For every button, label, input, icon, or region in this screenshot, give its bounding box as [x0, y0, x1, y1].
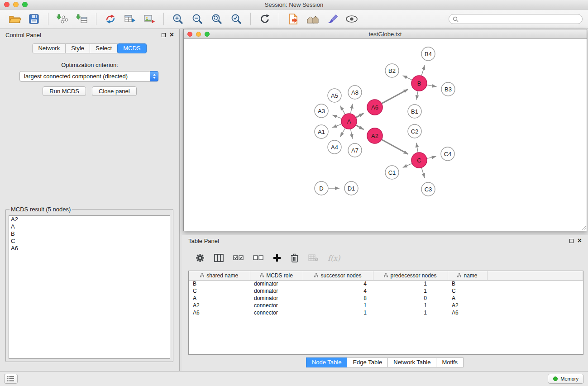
graph-edge-A-A6[interactable]: [356, 113, 364, 117]
result-item[interactable]: B: [9, 230, 170, 238]
apply-layout-button[interactable]: [256, 11, 274, 27]
cell-name[interactable]: B: [448, 280, 487, 287]
zoom-window-button[interactable]: [22, 2, 28, 7]
column-header-name[interactable]: name: [448, 271, 487, 280]
cell-predecessor-nodes[interactable]: 1: [373, 309, 448, 316]
table-row[interactable]: Bdominator41B: [189, 280, 583, 287]
column-header-successor-nodes[interactable]: successor nodes: [303, 271, 373, 280]
close-network-window-button[interactable]: [187, 32, 192, 37]
cell-successor-nodes[interactable]: 8: [303, 295, 373, 302]
new-network-from-table-button[interactable]: [121, 11, 139, 27]
zoom-out-button[interactable]: [188, 11, 206, 27]
network-window-titlebar[interactable]: testGlobe.txt: [184, 29, 587, 39]
graph-edge-A6-B[interactable]: [382, 89, 408, 103]
column-header-shared-name[interactable]: shared name: [189, 271, 250, 280]
graph-edge-C-C1[interactable]: [403, 163, 412, 167]
search-input[interactable]: [461, 16, 578, 23]
table-row[interactable]: A2connector11A2: [189, 302, 583, 309]
apply-style-button[interactable]: [323, 11, 341, 27]
network-canvas[interactable]: AA1A2A3A4A5A6A7A8BB1B2B3B4CC1C2C3C4DD1: [184, 39, 587, 231]
cell-shared-name[interactable]: A2: [189, 302, 250, 309]
result-item[interactable]: C: [9, 238, 170, 245]
graph-edge-C-C3[interactable]: [421, 168, 425, 178]
open-session-button[interactable]: [5, 11, 24, 27]
select-all-button[interactable]: [233, 255, 244, 261]
tab-mcds[interactable]: MCDS: [117, 43, 146, 53]
close-table-panel-icon[interactable]: ×: [578, 238, 582, 243]
graph-edge-A-A7[interactable]: [351, 129, 353, 139]
graph-edge-C-C2[interactable]: [416, 143, 418, 152]
cell-MCDS-role[interactable]: connector: [250, 309, 303, 316]
cell-name[interactable]: A2: [448, 302, 487, 309]
zoom-fit-button[interactable]: [208, 11, 226, 27]
run-mcds-button[interactable]: Run MCDS: [43, 86, 86, 96]
graph-edge-A-A1[interactable]: [332, 124, 341, 127]
cell-MCDS-role[interactable]: dominator: [250, 295, 303, 302]
table-row[interactable]: A6connector11A6: [189, 309, 583, 316]
unselect-all-button[interactable]: [253, 255, 263, 261]
table-settings-button[interactable]: [196, 253, 205, 262]
result-item[interactable]: A2: [9, 216, 170, 223]
delete-rows-button[interactable]: [291, 253, 299, 262]
graph-edge-B-B2[interactable]: [403, 76, 412, 80]
tab-motifs[interactable]: Motifs: [436, 357, 464, 367]
import-network-button[interactable]: [53, 11, 72, 27]
cell-successor-nodes[interactable]: 1: [303, 302, 373, 309]
zoom-in-button[interactable]: [169, 11, 187, 27]
show-graphics-details-button[interactable]: [343, 11, 361, 27]
graph-edge-A-A2[interactable]: [356, 125, 364, 130]
graph-edge-B-B4[interactable]: [421, 65, 425, 76]
close-panel-button[interactable]: Close panel: [92, 86, 137, 96]
tab-select[interactable]: Select: [90, 43, 118, 53]
cell-name[interactable]: A: [448, 295, 487, 302]
export-image-button[interactable]: [140, 11, 158, 27]
cell-successor-nodes[interactable]: 1: [303, 309, 373, 316]
cell-predecessor-nodes[interactable]: 1: [373, 280, 448, 287]
close-panel-icon[interactable]: ×: [170, 33, 174, 37]
column-header-MCDS-role[interactable]: MCDS role: [250, 271, 303, 280]
cell-predecessor-nodes[interactable]: 1: [373, 302, 448, 309]
cell-shared-name[interactable]: A6: [189, 309, 250, 316]
zoom-selected-button[interactable]: [227, 11, 245, 27]
tab-network[interactable]: Network: [32, 43, 66, 53]
cell-predecessor-nodes[interactable]: 1: [373, 287, 448, 295]
task-history-button[interactable]: [4, 374, 18, 384]
tab-node-table[interactable]: Node Table: [306, 357, 348, 367]
resize-grip-icon[interactable]: [581, 225, 586, 230]
cell-shared-name[interactable]: B: [189, 280, 250, 287]
minimize-network-window-button[interactable]: [196, 32, 201, 37]
export-document-button[interactable]: [284, 11, 302, 27]
show-columns-button[interactable]: [214, 254, 224, 262]
graph-edge-A-A4[interactable]: [340, 129, 345, 137]
cell-predecessor-nodes[interactable]: 0: [373, 295, 448, 302]
criterion-dropdown[interactable]: largest connected component (directed): [19, 71, 158, 81]
cell-successor-nodes[interactable]: 4: [303, 280, 373, 287]
memory-button[interactable]: Memory: [548, 374, 584, 384]
tab-style[interactable]: Style: [65, 43, 90, 53]
home-neighbors-button[interactable]: [304, 11, 322, 27]
graph-edge-A-A8[interactable]: [351, 104, 353, 114]
table-row[interactable]: Adominator80A: [189, 295, 583, 302]
tab-network-table[interactable]: Network Table: [387, 357, 436, 367]
close-window-button[interactable]: [4, 2, 10, 7]
graph-edge-A2-C[interactable]: [382, 140, 408, 154]
clone-network-button[interactable]: [101, 11, 120, 27]
save-session-button[interactable]: [25, 11, 43, 27]
graph-edge-C-C4[interactable]: [427, 157, 436, 159]
cell-shared-name[interactable]: A: [189, 295, 250, 302]
result-item[interactable]: A6: [9, 245, 170, 252]
graph-edge-A-A5[interactable]: [340, 106, 345, 114]
cell-name[interactable]: A6: [448, 309, 487, 316]
import-table-button[interactable]: [73, 11, 91, 27]
graph-edge-B-B3[interactable]: [427, 85, 437, 87]
cell-MCDS-role[interactable]: dominator: [250, 287, 303, 295]
cell-MCDS-role[interactable]: dominator: [250, 280, 303, 287]
column-header-predecessor-nodes[interactable]: predecessor nodes: [373, 271, 448, 280]
tab-edge-table[interactable]: Edge Table: [347, 357, 388, 367]
cell-shared-name[interactable]: C: [189, 287, 250, 295]
zoom-network-window-button[interactable]: [205, 32, 210, 37]
search-box[interactable]: [449, 14, 583, 24]
float-panel-icon[interactable]: [162, 33, 166, 37]
cell-MCDS-role[interactable]: connector: [250, 302, 303, 309]
float-table-panel-icon[interactable]: [569, 239, 574, 243]
